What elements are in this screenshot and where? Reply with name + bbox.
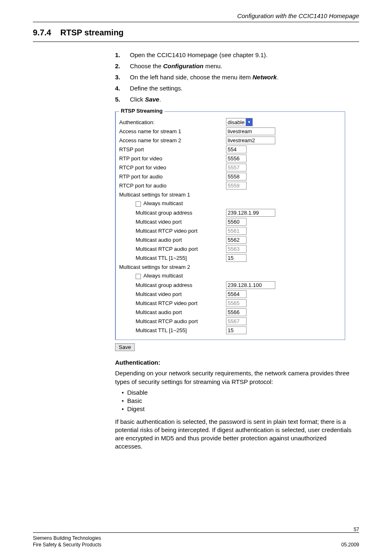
step-text: Open the CCIC1410 Homepage (see chapter … xyxy=(130,49,267,60)
paragraph: Depending on your network security requi… xyxy=(115,369,353,386)
body-text: Authentication: Depending on your networ… xyxy=(115,358,353,451)
step-text-bold: Save xyxy=(145,96,159,103)
footer-date: 05.2009 xyxy=(341,542,359,548)
access1-input[interactable]: livestream xyxy=(226,127,275,135)
step-text-prefix: On the left hand side, choose the menu i… xyxy=(130,74,253,81)
access2-label: Access name for stream 2 xyxy=(119,137,226,143)
header-rule xyxy=(33,22,359,22)
save-button[interactable]: Save xyxy=(115,343,135,351)
m2-always-checkbox[interactable] xyxy=(136,274,141,279)
auth-label: Authentication: xyxy=(119,119,226,125)
m1-rtcpv-input: 5561 xyxy=(226,227,247,235)
subheading: Authentication: xyxy=(115,358,353,367)
auth-select[interactable]: disable ▼ xyxy=(226,118,253,126)
step-text-suffix: . xyxy=(159,96,161,103)
chevron-down-icon: ▼ xyxy=(246,118,252,126)
m2-vport-input[interactable]: 5564 xyxy=(226,290,247,298)
rtp-video-input[interactable]: 5556 xyxy=(226,155,247,162)
m2-rtcpa-label: Multicast RTCP audio port xyxy=(119,318,226,324)
m2-always: Always multicast xyxy=(119,273,226,279)
m1-rtcpa-label: Multicast RTCP audio port xyxy=(119,246,226,252)
step-text-prefix: Click xyxy=(130,96,145,103)
rtp-video-label: RTP port for video xyxy=(119,155,226,162)
m1-group-input[interactable]: 239.128.1.99 xyxy=(226,209,275,217)
step-text: Click Save. xyxy=(130,94,161,105)
section-title: RTSP streaming xyxy=(60,28,124,37)
m1-vport-label: Multicast video port xyxy=(119,219,226,225)
m2-group-input[interactable]: 239.128.1.100 xyxy=(226,281,275,289)
always-label: Always multicast xyxy=(143,273,183,279)
access1-label: Access name for stream 1 xyxy=(119,128,226,134)
footer: 57 Siemens Building Technologies Fire Sa… xyxy=(33,527,359,548)
m1-aport-label: Multicast audio port xyxy=(119,237,226,243)
m1-group-label: Multicast group address xyxy=(119,210,226,216)
list-item: Basic xyxy=(122,397,353,405)
step-text: Choose the Configuration menu. xyxy=(130,60,222,72)
m1-always: Always multicast xyxy=(119,200,226,206)
rtsp-port-label: RTSP port xyxy=(119,146,226,153)
m2-rtcpv-input: 5565 xyxy=(226,299,247,307)
access2-input[interactable]: livestream2 xyxy=(226,136,275,144)
rtcp-audio-label: RTCP port for audio xyxy=(119,183,226,189)
m1-aport-input[interactable]: 5562 xyxy=(226,236,247,244)
rtp-audio-label: RTP port for audio xyxy=(119,173,226,180)
m1-vport-input[interactable]: 5560 xyxy=(226,218,247,226)
m2-ttl-input[interactable]: 15 xyxy=(226,326,247,334)
m2-title: Multicast settings for stream 2 xyxy=(119,264,226,270)
m2-vport-label: Multicast video port xyxy=(119,291,226,297)
fieldset-legend: RTSP Streaming xyxy=(119,108,164,114)
step-item: 1. Open the CCIC1410 Homepage (see chapt… xyxy=(115,49,359,60)
rtp-audio-input[interactable]: 5558 xyxy=(226,173,247,180)
step-text: Define the settings. xyxy=(130,83,182,94)
rtsp-port-input[interactable]: 554 xyxy=(226,146,247,153)
m1-ttl-label: Multicast TTL [1~255] xyxy=(119,255,226,261)
footer-line2: Fire Safety & Security Products xyxy=(33,542,101,548)
m1-title: Multicast settings for stream 1 xyxy=(119,192,226,198)
step-number: 4. xyxy=(115,83,123,94)
step-text: On the left hand side, choose the menu i… xyxy=(130,72,279,83)
footer-line1: Siemens Building Technologies xyxy=(33,535,101,541)
m2-group-label: Multicast group address xyxy=(119,282,226,288)
breadcrumb: Configuration with the CCIC1410 Homepage xyxy=(33,12,359,19)
list-item: Disable xyxy=(122,388,353,397)
step-number: 3. xyxy=(115,72,123,83)
step-text-bold: Configuration xyxy=(163,62,203,69)
m1-rtcpv-label: Multicast RTCP video port xyxy=(119,228,226,234)
step-number: 2. xyxy=(115,60,123,72)
m2-ttl-label: Multicast TTL [1~255] xyxy=(119,327,226,333)
m2-aport-label: Multicast audio port xyxy=(119,309,226,315)
section-heading: 9.7.4 RTSP streaming xyxy=(33,28,359,37)
rtsp-fieldset: RTSP Streaming Authentication: disable ▼… xyxy=(115,111,345,340)
m1-rtcpa-input: 5563 xyxy=(226,245,247,253)
section-number: 9.7.4 xyxy=(33,28,51,37)
step-item: 3. On the left hand side, choose the men… xyxy=(115,72,359,83)
rtcp-audio-input: 5559 xyxy=(226,182,247,190)
step-list: 1. Open the CCIC1410 Homepage (see chapt… xyxy=(115,49,359,105)
m2-rtcpv-label: Multicast RTCP video port xyxy=(119,300,226,306)
m2-rtcpa-input: 5567 xyxy=(226,317,247,325)
step-number: 1. xyxy=(115,49,123,60)
auth-select-value: disable xyxy=(228,119,244,125)
step-text-prefix: Choose the xyxy=(130,62,163,69)
m1-always-checkbox[interactable] xyxy=(136,201,141,207)
list-item: Digest xyxy=(122,405,353,413)
rtcp-video-label: RTCP port for video xyxy=(119,164,226,171)
paragraph: If basic authentication is selected, the… xyxy=(115,418,353,451)
page-number: 57 xyxy=(354,527,359,532)
rtcp-video-input: 5557 xyxy=(226,164,247,171)
step-item: 4. Define the settings. xyxy=(115,83,359,94)
section-rule xyxy=(33,42,359,42)
step-item: 5. Click Save. xyxy=(115,94,359,105)
step-text-bold: Network xyxy=(253,74,277,81)
step-item: 2. Choose the Configuration menu. xyxy=(115,60,359,72)
m1-ttl-input[interactable]: 15 xyxy=(226,254,247,262)
bullet-list: Disable Basic Digest xyxy=(115,388,353,414)
step-text-suffix: menu. xyxy=(203,62,222,69)
m2-aport-input[interactable]: 5566 xyxy=(226,308,247,316)
always-label: Always multicast xyxy=(143,200,183,206)
footer-rule xyxy=(33,532,359,533)
step-number: 5. xyxy=(115,94,123,105)
step-text-suffix: . xyxy=(277,74,279,81)
